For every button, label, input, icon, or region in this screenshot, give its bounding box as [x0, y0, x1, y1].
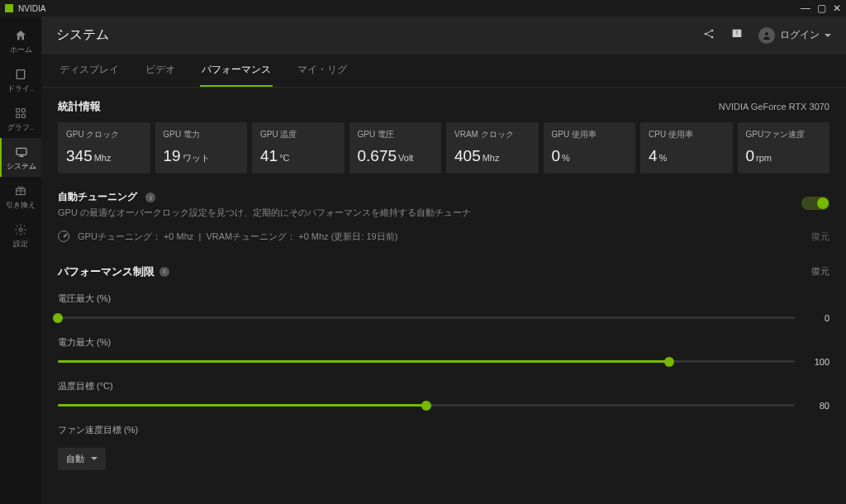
slider-group: 電力最大 (%)100: [58, 336, 829, 367]
stat-value: 345: [66, 147, 93, 164]
tab-performance[interactable]: パフォーマンス: [200, 55, 273, 87]
stat-value: 0: [552, 147, 561, 164]
share-icon[interactable]: [702, 27, 715, 44]
header: システム ! ログイン: [41, 17, 846, 55]
fan-speed-label: ファン速度目標 (%): [58, 424, 829, 436]
tabs: ディスプレイ ビデオ パフォーマンス マイ・リグ: [41, 55, 846, 88]
gpu-name: NVIDIA GeForce RTX 3070: [719, 102, 829, 112]
notification-icon[interactable]: !: [730, 27, 744, 44]
stats-heading: 統計情報: [58, 99, 719, 114]
auto-tune-section: 自動チューニング i GPU の最適なオーバークロック設定を見つけ、定期的にその…: [58, 188, 829, 243]
auto-tune-restore[interactable]: 復元: [811, 231, 829, 243]
sidebar-item-label: 設定: [13, 240, 28, 248]
stat-value: 0.675: [358, 147, 397, 164]
tab-video[interactable]: ビデオ: [144, 55, 177, 87]
speedometer-icon: [58, 231, 69, 242]
stat-value: 41: [260, 147, 278, 164]
slider-value: 80: [806, 401, 829, 411]
titlebar: NVIDIA — ▢ ✕: [0, 0, 846, 17]
titlebar-title: NVIDIA: [18, 4, 801, 13]
stat-unit: rpm: [756, 153, 772, 163]
sidebar-item-graphics[interactable]: グラフ..: [0, 99, 41, 138]
stat-label: GPU 温度: [260, 131, 336, 139]
stat-unit: ワット: [183, 153, 210, 163]
chevron-down-icon: [91, 457, 97, 460]
slider-thumb[interactable]: [53, 313, 63, 323]
stat-label: GPU クロック: [66, 131, 142, 139]
svg-point-3: [19, 228, 22, 231]
svg-text:!: !: [736, 30, 738, 36]
avatar-icon: [758, 27, 775, 44]
content: 統計情報 NVIDIA GeForce RTX 3070 GPU クロック345…: [41, 88, 846, 504]
sidebar-item-label: システム: [7, 163, 36, 170]
slider-thumb[interactable]: [421, 401, 431, 411]
stat-label: VRAM クロック: [454, 131, 530, 139]
slider-track[interactable]: [58, 360, 795, 363]
sidebar-item-system[interactable]: システム: [0, 138, 41, 177]
stat-card: GPU 電力19ワット: [155, 122, 248, 174]
stat-unit: Volt: [398, 153, 413, 163]
stat-grid: GPU クロック345MhzGPU 電力19ワットGPU 温度41°CGPU 電…: [58, 122, 829, 174]
tab-myrig[interactable]: マイ・リグ: [296, 55, 349, 87]
slider-thumb[interactable]: [664, 357, 674, 367]
stat-card: GPU 電圧0.675Volt: [349, 122, 442, 174]
slider-label: 電圧最大 (%): [58, 292, 829, 305]
home-icon: [13, 28, 28, 43]
sidebar: ホーム ドライ.. グラフ.. システム 引き換え 設定: [0, 17, 41, 504]
auto-tune-toggle[interactable]: [801, 197, 829, 210]
stat-unit: Mhz: [482, 153, 500, 163]
fan-speed-value: 自動: [66, 453, 84, 465]
info-icon[interactable]: i: [159, 267, 169, 277]
stat-card: CPU 使用率4%: [640, 122, 733, 174]
stat-label: GPUファン速度: [746, 131, 822, 139]
tab-display[interactable]: ディスプレイ: [58, 55, 121, 87]
minimize-button[interactable]: —: [801, 2, 810, 14]
login-button[interactable]: ログイン: [758, 27, 831, 44]
drivers-icon: [13, 67, 28, 82]
redeem-icon: [13, 183, 28, 198]
sidebar-item-label: ドライ..: [7, 85, 34, 93]
slider-label: 電力最大 (%): [58, 336, 829, 349]
svg-point-6: [711, 36, 714, 38]
stat-value: 405: [454, 147, 481, 164]
slider-group: 電圧最大 (%)0: [58, 292, 829, 323]
sidebar-item-label: ホーム: [10, 46, 32, 54]
stat-card: VRAM クロック405Mhz: [446, 122, 539, 174]
auto-tune-description: GPU の最適なオーバークロック設定を見つけ、定期的にそのパフォーマンスを維持す…: [58, 207, 801, 219]
info-icon[interactable]: i: [145, 193, 155, 202]
svg-rect-1: [17, 148, 26, 155]
sidebar-item-settings[interactable]: 設定: [0, 216, 41, 254]
slider-track[interactable]: [58, 316, 795, 319]
perf-limit-title: パフォーマンス制限: [58, 264, 154, 279]
slider-group: 温度目標 (°C)80: [58, 380, 829, 411]
sidebar-item-redeem[interactable]: 引き換え: [0, 177, 41, 216]
slider-track[interactable]: [58, 404, 795, 407]
stat-value: 19: [164, 147, 181, 164]
system-icon: [14, 145, 29, 159]
slider-value: 100: [806, 357, 829, 367]
stat-unit: Mhz: [94, 153, 112, 163]
stat-unit: %: [562, 153, 570, 163]
toggle-knob: [817, 197, 829, 209]
perf-limit-restore[interactable]: 復元: [811, 265, 829, 278]
maximize-button[interactable]: ▢: [817, 2, 826, 14]
graphics-icon: [13, 106, 28, 121]
slider-fill: [58, 404, 426, 407]
close-button[interactable]: ✕: [833, 2, 841, 14]
stat-card: GPU 温度41°C: [252, 122, 345, 174]
gpu-tuning-text: GPUチューニング： +0 Mhz | VRAMチューニング： +0 Mhz (…: [78, 231, 397, 243]
sidebar-item-label: 引き換え: [6, 202, 36, 209]
page-title: システム: [56, 26, 702, 44]
stat-value: 0: [746, 147, 755, 164]
sidebar-item-drivers[interactable]: ドライ..: [0, 60, 41, 99]
stat-unit: °C: [279, 153, 289, 163]
login-label: ログイン: [780, 28, 820, 42]
stat-label: GPU 電圧: [358, 131, 434, 139]
fan-speed-select[interactable]: 自動: [58, 448, 106, 470]
slider-fill: [58, 360, 669, 363]
sidebar-item-home[interactable]: ホーム: [0, 21, 41, 60]
stat-card: GPU クロック345Mhz: [58, 122, 150, 174]
stat-label: GPU 電力: [164, 131, 240, 139]
stat-value: 4: [649, 147, 658, 164]
svg-point-5: [711, 29, 714, 31]
